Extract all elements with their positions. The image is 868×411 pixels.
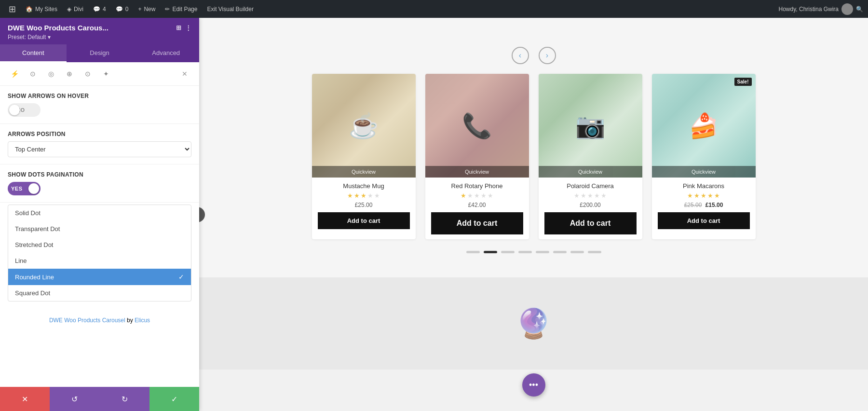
sale-badge: Sale! [734, 78, 752, 86]
icon-4[interactable]: ⊕ [63, 67, 76, 81]
icon-3[interactable]: ◎ [44, 67, 58, 81]
content-area: ↔ ‹ › Quickview Mus [199, 18, 868, 411]
tab-design[interactable]: Design [67, 44, 133, 62]
icon-5[interactable]: ⊙ [81, 67, 95, 81]
star-5: ★ [374, 192, 380, 199]
quickview-polaroid-camera[interactable]: Quickview [539, 166, 642, 178]
show-dots-toggle[interactable]: YES [8, 182, 41, 195]
star-4: ★ [594, 192, 600, 199]
carousel-prev-arrow[interactable]: ‹ [512, 47, 529, 64]
redo-button[interactable]: ↻ [100, 387, 149, 411]
star-4: ★ [481, 192, 487, 199]
plugin-link[interactable]: DWE Woo Products Carousel [49, 317, 125, 324]
add-to-cart-red-rotary-phone[interactable]: Add to cart [431, 212, 523, 234]
carousel-nav: ‹ › [218, 47, 849, 64]
carousel-section: ‹ › Quickview Mustache Mug [199, 18, 868, 277]
dot-6[interactable] [553, 251, 567, 253]
my-sites-item[interactable]: 🏠 My Sites [22, 4, 61, 14]
star-2: ★ [581, 192, 586, 199]
product-stars-polaroid-camera: ★ ★ ★ ★ ★ [544, 192, 637, 199]
tab-advanced[interactable]: Advanced [133, 44, 199, 62]
carousel-next-arrow[interactable]: › [539, 47, 556, 64]
star-1: ★ [687, 192, 693, 199]
dot-4[interactable] [518, 251, 532, 253]
dropdown-item-rounded-line[interactable]: Rounded Line ✓ [8, 269, 191, 285]
content-footer: 🔮 ••• [199, 277, 868, 370]
product-price-pink-macarons: £25.00 £15.00 [658, 202, 750, 208]
dot-1[interactable] [466, 251, 480, 253]
toggle-knob [9, 105, 20, 115]
sidebar-footer: DWE Woo Products Carousel by Elicus [0, 311, 199, 329]
products-grid: Quickview Mustache Mug ★ ★ ★ ★ ★ £25.00 [312, 74, 756, 239]
dropdown-item-line[interactable]: Line [8, 253, 191, 269]
divi-icon: ◈ [67, 6, 71, 13]
author-link[interactable]: Elicus [135, 317, 150, 324]
wp-logo-item[interactable]: ⊞ [5, 2, 20, 16]
preset-selector[interactable]: Preset: Default ▾ [8, 34, 191, 41]
check-icon: ✓ [178, 273, 184, 281]
grid-icon[interactable]: ⊞ [176, 24, 181, 31]
show-dots-setting: Show Dots Pagination YES [0, 164, 199, 203]
product-card-mustache-mug: Quickview Mustache Mug ★ ★ ★ ★ ★ £25.00 [312, 74, 416, 239]
dropdown-item-solid-dot[interactable]: Solid Dot [8, 205, 191, 221]
tab-content[interactable]: Content [0, 44, 67, 62]
sidebar-title: DWE Woo Products Carous... ⊞ ⋮ [8, 24, 191, 32]
arrows-position-select[interactable]: Top Center Top Left Top Right Bottom Cen… [8, 141, 191, 157]
comments-count-item[interactable]: 💬 4 [89, 4, 110, 14]
main-layout: DWE Woo Products Carous... ⊞ ⋮ Preset: D… [0, 18, 868, 411]
more-options-icon[interactable]: ⋮ [185, 24, 191, 31]
quickview-pink-macarons[interactable]: Quickview [652, 166, 756, 178]
dot-8[interactable] [588, 251, 601, 253]
quickview-mustache-mug[interactable]: Quickview [312, 166, 416, 178]
plus-icon: + [138, 6, 141, 13]
star-5: ★ [714, 192, 720, 199]
add-to-cart-mustache-mug[interactable]: Add to cart [318, 212, 410, 229]
star-1: ★ [461, 192, 466, 199]
product-card-polaroid-camera: Quickview Polaroid Camera ★ ★ ★ ★ ★ £200… [539, 74, 642, 239]
search-admin-icon[interactable]: 🔍 [856, 6, 863, 13]
product-price-red-rotary-phone: £42.00 [431, 202, 523, 208]
undo-button[interactable]: ↺ [50, 387, 99, 411]
edit-page-item[interactable]: ✏ Edit Page [161, 4, 201, 14]
dropdown-item-squared-dot[interactable]: Squared Dot [8, 285, 191, 301]
dot-2[interactable] [484, 251, 497, 253]
star-2: ★ [467, 192, 473, 199]
star-3: ★ [587, 192, 593, 199]
float-menu-button[interactable]: ••• [522, 373, 545, 397]
dropdown-item-stretched-dot[interactable]: Stretched Dot [8, 237, 191, 253]
product-image-pink-macarons: Sale! Quickview [652, 74, 756, 178]
show-arrows-toggle[interactable]: NO [8, 103, 41, 117]
sidebar-title-icons: ⊞ ⋮ [176, 24, 191, 31]
dot-3[interactable] [501, 251, 515, 253]
product-info-polaroid-camera: Polaroid Camera ★ ★ ★ ★ ★ £200.00 Add to… [539, 178, 642, 239]
product-card-red-rotary-phone: Quickview Red Rotary Phone ★ ★ ★ ★ ★ £42… [425, 74, 529, 239]
cancel-button[interactable]: ✕ [0, 387, 50, 411]
dropdown-item-transparent-dot[interactable]: Transparent Dot [8, 221, 191, 237]
star-1: ★ [574, 192, 580, 199]
show-arrows-toggle-row: NO [8, 103, 191, 117]
exit-vb-item[interactable]: Exit Visual Builder [203, 4, 258, 14]
show-dots-toggle-row: YES [8, 182, 191, 195]
product-info-red-rotary-phone: Red Rotary Phone ★ ★ ★ ★ ★ £42.00 Add to… [425, 178, 529, 239]
star-4: ★ [367, 192, 373, 199]
dot-5[interactable] [536, 251, 549, 253]
new-item[interactable]: + New [134, 4, 159, 14]
divi-item[interactable]: ◈ Divi [63, 4, 87, 14]
product-img-mustache [312, 74, 416, 178]
new-comments-item[interactable]: 💬 0 [112, 4, 133, 14]
star-2: ★ [354, 192, 360, 199]
crystal-icon: 🔮 [515, 306, 552, 341]
save-button[interactable]: ✓ [149, 387, 199, 411]
add-to-cart-pink-macarons[interactable]: Add to cart [658, 212, 750, 229]
admin-user-info: Howdy, Christina Gwira 🔍 [779, 3, 863, 15]
dot-7[interactable] [570, 251, 584, 253]
close-icon[interactable]: ✕ [178, 67, 191, 81]
icon-6[interactable]: ✦ [99, 67, 113, 81]
product-image-polaroid-camera: Quickview [539, 74, 642, 178]
icon-2[interactable]: ⊙ [26, 67, 40, 81]
icon-1[interactable]: ⚡ [8, 67, 21, 81]
sidebar-tabs: Content Design Advanced [0, 44, 199, 62]
user-avatar [841, 3, 853, 15]
quickview-red-rotary-phone[interactable]: Quickview [425, 166, 529, 178]
add-to-cart-polaroid-camera[interactable]: Add to cart [544, 212, 637, 234]
